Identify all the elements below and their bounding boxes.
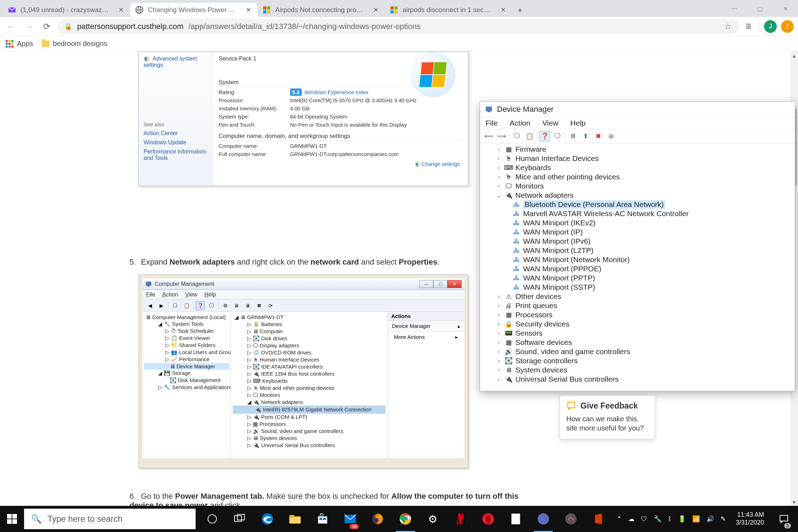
svg-rect-6 bbox=[263, 10, 266, 13]
taskbar-clock[interactable]: 11:43 AM 3/31/2020 bbox=[732, 511, 768, 526]
settings-icon[interactable]: ⚙ bbox=[419, 506, 447, 532]
back-button[interactable]: ← bbox=[4, 19, 18, 34]
cm-toolbar: ◀▶ 🖵📋 ❓ 🖵 ⚙🖥🖥✖⟳ bbox=[143, 300, 464, 312]
apps-button[interactable]: Apps bbox=[6, 40, 33, 48]
tb-update-icon[interactable]: 🖥 bbox=[567, 131, 578, 141]
scroll-down-icon[interactable]: ▾ bbox=[790, 498, 798, 506]
pen-icon[interactable]: ✎ bbox=[721, 515, 726, 523]
tab-active[interactable]: Changing Windows Power Optio ✕ bbox=[130, 3, 258, 17]
menu-action[interactable]: Action bbox=[510, 119, 530, 127]
netflix-icon[interactable] bbox=[447, 506, 474, 532]
edge-icon[interactable] bbox=[254, 506, 281, 532]
advanced-settings-link: Advanced system settings bbox=[144, 56, 207, 68]
volume-icon[interactable]: 🔊 bbox=[706, 515, 714, 523]
taskbar-search[interactable]: 🔍 Type here to search bbox=[24, 509, 196, 529]
cortana-icon[interactable] bbox=[198, 506, 226, 532]
feedback-popup[interactable]: Give Feedback How can we make this site … bbox=[560, 395, 655, 439]
svg-rect-4 bbox=[263, 6, 266, 10]
rating-badge: 5.2 bbox=[290, 88, 302, 96]
tb-fwd-icon[interactable]: ⟹ bbox=[496, 131, 507, 141]
close-icon[interactable]: ✕ bbox=[501, 6, 506, 14]
start-button[interactable] bbox=[0, 506, 24, 532]
av-icon[interactable]: 🛡 bbox=[641, 515, 647, 523]
url-input[interactable]: 🔒 pattersonsupport.custhelp.com/app/answ… bbox=[57, 19, 739, 34]
tb-disable-icon[interactable]: ✖ bbox=[593, 131, 603, 141]
search-placeholder: Type here to search bbox=[47, 514, 122, 524]
svg-rect-28 bbox=[323, 518, 326, 520]
notepad-icon[interactable] bbox=[502, 506, 530, 532]
devmgr-tree[interactable]: ›▦Firmware ›🖱Human Interface Devices ›⌨K… bbox=[480, 143, 795, 391]
reload-button[interactable]: ⟳ bbox=[40, 19, 54, 34]
menu-view[interactable]: View bbox=[542, 119, 558, 127]
apps-label: Apps bbox=[17, 40, 33, 48]
task-view-icon[interactable] bbox=[226, 506, 254, 532]
clock-time: 11:43 AM bbox=[736, 511, 764, 519]
search-icon: 🔍 bbox=[31, 514, 42, 524]
firefox-icon[interactable] bbox=[364, 506, 392, 532]
forward-button[interactable]: → bbox=[22, 19, 36, 34]
tray-expand-icon[interactable]: ⌃ bbox=[617, 515, 622, 523]
tb-prop-icon[interactable]: 📋 bbox=[524, 131, 535, 141]
tab-airpods2[interactable]: airpods disconnect in 1 second - ✕ bbox=[385, 3, 512, 17]
chrome-active-icon[interactable] bbox=[530, 506, 557, 532]
mail-icon[interactable]: 36 bbox=[336, 506, 364, 532]
tb-back-icon[interactable]: ⟸ bbox=[484, 131, 494, 141]
change-settings-link: Change settings bbox=[415, 161, 460, 167]
close-icon[interactable]: ✕ bbox=[118, 6, 124, 14]
onedrive-icon[interactable]: ☁ bbox=[628, 515, 635, 523]
window-close-button[interactable]: ✕ bbox=[773, 0, 798, 17]
device-manager-window[interactable]: Device Manager File Action View Help ⟸ ⟹… bbox=[480, 101, 795, 391]
tab-airpods[interactable]: Airpods Not connecting properly ✕ bbox=[258, 3, 385, 17]
wei-link: Windows Experience Index bbox=[305, 89, 369, 95]
tab-title: airpods disconnect in 1 second - bbox=[403, 6, 493, 14]
menu-file[interactable]: File bbox=[486, 119, 498, 127]
bookmark-star-icon[interactable]: ☆ bbox=[724, 22, 732, 31]
tb-enable-icon[interactable]: ⬆ bbox=[580, 131, 591, 141]
lock-icon: 🔒 bbox=[64, 23, 72, 30]
menu-help[interactable]: Help bbox=[570, 119, 585, 127]
svg-rect-21 bbox=[235, 516, 242, 521]
tb-uninstall-icon[interactable]: ⊛ bbox=[606, 131, 616, 141]
close-icon[interactable]: ✕ bbox=[373, 6, 378, 14]
update-warning-icon[interactable]: ! bbox=[781, 20, 794, 33]
svg-rect-12 bbox=[146, 282, 151, 285]
office-icon[interactable] bbox=[585, 506, 612, 532]
wifi-icon[interactable]: 📶 bbox=[692, 515, 700, 523]
battery-icon[interactable]: 🔋 bbox=[678, 515, 686, 523]
mail-badge: 36 bbox=[349, 524, 359, 529]
url-domain: pattersonsupport.custhelp.com bbox=[77, 22, 184, 31]
cm-maximize: ▢ bbox=[433, 280, 447, 288]
tb-show-icon[interactable]: 🖵 bbox=[511, 131, 522, 141]
bookmark-folder[interactable]: bedroom designs bbox=[42, 40, 107, 48]
maximize-button[interactable]: ▢ bbox=[747, 0, 773, 17]
system-tray[interactable]: ⌃ ☁ 🛡 🔧 ᛒ 🔋 📶 🔊 ✎ 11:43 AM 3/31/2020 9 bbox=[612, 506, 798, 532]
reader-icon[interactable]: 🗎 bbox=[742, 20, 755, 33]
close-icon[interactable]: ✕ bbox=[246, 6, 251, 14]
see-also-label: See also bbox=[144, 121, 207, 127]
app-icon[interactable] bbox=[557, 506, 585, 532]
svg-rect-13 bbox=[148, 286, 150, 287]
chrome-icon[interactable] bbox=[392, 506, 419, 532]
scroll-up-icon[interactable]: ▴ bbox=[790, 52, 798, 59]
bluetooth-icon[interactable]: ᛒ bbox=[668, 515, 672, 523]
svg-rect-36 bbox=[511, 514, 520, 524]
tb-help-icon[interactable]: ❓ bbox=[539, 131, 550, 141]
new-tab-button[interactable]: + bbox=[512, 3, 528, 17]
profile-avatar[interactable]: J bbox=[764, 20, 777, 33]
file-explorer-icon[interactable] bbox=[281, 506, 309, 532]
tool-icon[interactable]: 🔧 bbox=[654, 515, 661, 523]
action-center-link: Action Center bbox=[144, 130, 207, 137]
ms-icon bbox=[390, 6, 398, 14]
svg-point-39 bbox=[565, 513, 577, 525]
store-icon[interactable] bbox=[309, 506, 336, 532]
action-center-icon[interactable]: 9 bbox=[774, 506, 794, 532]
tab-mail[interactable]: (1,049 unread) - crazyswazy@ya ✕ bbox=[3, 3, 130, 17]
tab-title: (1,049 unread) - crazyswazy@ya bbox=[21, 6, 111, 14]
opera-icon[interactable] bbox=[474, 506, 502, 532]
minimize-button[interactable]: — bbox=[722, 0, 747, 17]
notif-badge: 9 bbox=[784, 523, 791, 528]
devmgr-menu[interactable]: File Action View Help bbox=[480, 117, 795, 129]
svg-rect-17 bbox=[486, 107, 492, 111]
tb-scan-icon[interactable]: 🖵 bbox=[552, 131, 563, 141]
selected-adapter[interactable]: 🖧Bluetooth Device (Personal Area Network… bbox=[486, 200, 795, 209]
